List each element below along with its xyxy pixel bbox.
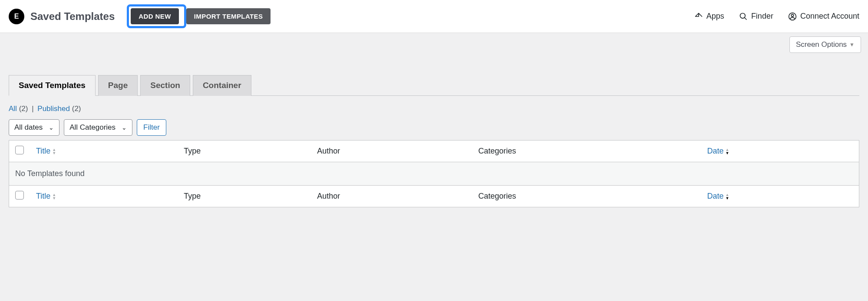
sort-icon: ▲▼ — [726, 148, 729, 155]
chevron-down-icon: ⌄ — [49, 124, 54, 131]
sort-icon: ▲▼ — [52, 148, 56, 155]
svg-point-0 — [740, 13, 745, 18]
column-author-footer: Author — [317, 192, 340, 200]
sort-icon: ▲▼ — [726, 193, 729, 200]
column-type-footer: Type — [184, 192, 201, 200]
screen-options-row: Screen Options ▼ — [0, 33, 868, 53]
status-filters: All (2) | Published (2) — [9, 105, 859, 113]
apps-link[interactable]: Apps — [694, 12, 724, 21]
caret-down-icon: ▼ — [849, 42, 855, 48]
elementor-logo-icon: E — [9, 9, 24, 24]
all-count: (2) — [19, 105, 28, 113]
column-categories-footer: Categories — [478, 192, 516, 200]
template-type-tabs: Saved Templates Page Section Container — [9, 75, 859, 96]
add-new-button[interactable]: ADD NEW — [131, 8, 178, 24]
category-filter-select[interactable]: All Categories ⌄ — [64, 119, 132, 136]
finder-link[interactable]: Finder — [739, 12, 773, 21]
sort-icon: ▲▼ — [52, 193, 56, 200]
tab-section[interactable]: Section — [140, 75, 190, 96]
chevron-down-icon: ⌄ — [122, 124, 127, 131]
filter-published-link[interactable]: Published — [37, 105, 70, 113]
column-categories: Categories — [478, 147, 516, 155]
column-author: Author — [317, 147, 340, 155]
page-title: Saved Templates — [30, 10, 115, 23]
user-circle-icon — [788, 12, 797, 21]
column-title-sort[interactable]: Title ▲▼ — [36, 147, 56, 156]
empty-message: No Templates found — [9, 162, 859, 186]
column-date-sort[interactable]: Date ▲▼ — [707, 147, 729, 156]
tab-saved-templates[interactable]: Saved Templates — [9, 75, 96, 96]
tab-container[interactable]: Container — [193, 75, 251, 96]
table-row-empty: No Templates found — [9, 162, 859, 186]
svg-line-1 — [744, 17, 746, 20]
add-new-highlight: ADD NEW — [127, 4, 186, 28]
column-type: Type — [184, 147, 201, 155]
filter-button[interactable]: Filter — [137, 119, 166, 136]
connect-account-link[interactable]: Connect Account — [788, 12, 859, 21]
import-templates-button[interactable]: IMPORT TEMPLATES — [186, 8, 271, 24]
tab-page[interactable]: Page — [98, 75, 138, 96]
published-count: (2) — [72, 105, 81, 113]
header-bar: E Saved Templates ADD NEW IMPORT TEMPLAT… — [0, 0, 868, 33]
svg-point-3 — [791, 14, 793, 16]
select-all-checkbox-bottom[interactable] — [15, 191, 24, 200]
search-icon — [739, 12, 748, 21]
date-filter-select[interactable]: All dates ⌄ — [9, 119, 59, 136]
filter-controls: All dates ⌄ All Categories ⌄ Filter — [9, 119, 859, 136]
screen-options-toggle[interactable]: Screen Options ▼ — [789, 36, 861, 53]
apps-icon — [694, 12, 703, 21]
column-title-sort-footer[interactable]: Title ▲▼ — [36, 192, 56, 201]
select-all-checkbox-top[interactable] — [15, 146, 24, 154]
filter-all-link[interactable]: All — [9, 105, 17, 113]
column-date-sort-footer[interactable]: Date ▲▼ — [707, 192, 729, 201]
templates-table: Title ▲▼ Type Author Categories Date ▲▼ … — [9, 140, 859, 207]
